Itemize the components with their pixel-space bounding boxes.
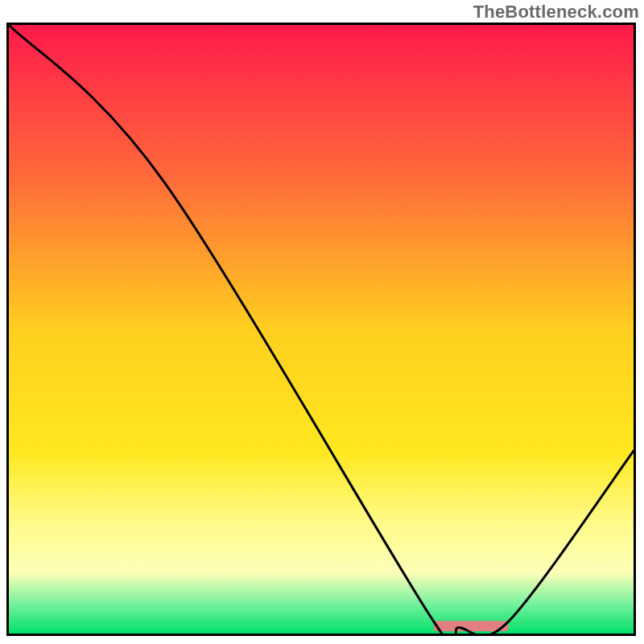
plot-svg <box>9 25 634 634</box>
watermark-text: TheBottleneck.com <box>473 2 639 23</box>
gradient-background <box>9 25 634 634</box>
plot-frame <box>6 23 636 636</box>
chart-container: TheBottleneck.com <box>0 0 644 644</box>
